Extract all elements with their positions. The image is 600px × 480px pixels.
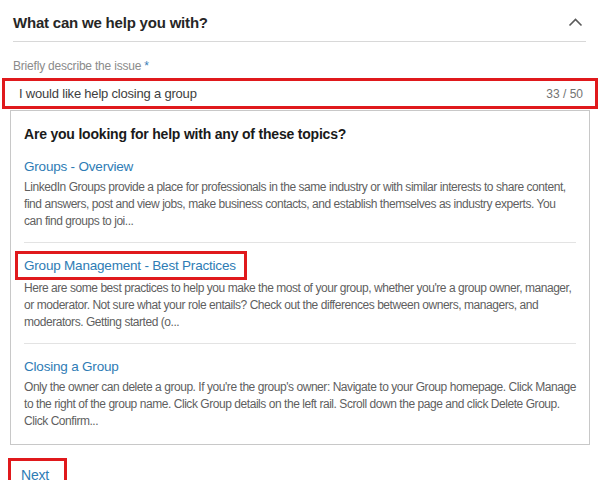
topics-heading: Are you looking for help with any of the… (24, 126, 576, 142)
topic-highlight-box: Group Management - Best Practices (15, 251, 247, 280)
issue-input-row: 33 / 50 (5, 81, 595, 106)
required-asterisk: * (144, 59, 148, 73)
section-header: What can we help you with? (0, 0, 600, 41)
topic-link-closing-a-group[interactable]: Closing a Group (24, 359, 119, 374)
topic-item-groups-overview: Groups - Overview LinkedIn Groups provid… (24, 157, 576, 230)
footer: Next (8, 458, 600, 480)
issue-label-text: Briefly describe the issue (13, 59, 141, 73)
topic-divider (24, 343, 576, 344)
topic-link-group-management[interactable]: Group Management - Best Practices (24, 258, 236, 273)
topics-card: Are you looking for help with any of the… (10, 110, 590, 445)
chevron-up-icon[interactable] (566, 16, 585, 29)
topic-item-closing-a-group: Closing a Group Only the owner can delet… (24, 357, 576, 430)
topic-divider (24, 242, 576, 243)
topic-description: Here are some best practices to help you… (24, 280, 576, 331)
topic-link-groups-overview[interactable]: Groups - Overview (24, 159, 133, 174)
page-title: What can we help you with? (13, 13, 208, 32)
next-highlight-box: Next (8, 458, 67, 480)
header-divider (13, 41, 586, 42)
topic-item-group-management: Group Management - Best Practices Here a… (24, 256, 576, 331)
topic-description: Only the owner can delete a group. If yo… (24, 379, 576, 430)
topic-description: LinkedIn Groups provide a place for prof… (24, 179, 576, 230)
issue-input-highlight-box: 33 / 50 (2, 78, 598, 109)
next-button[interactable]: Next (21, 467, 49, 480)
issue-label: Briefly describe the issue* (13, 59, 587, 73)
issue-input[interactable] (19, 86, 536, 101)
character-counter: 33 / 50 (546, 87, 583, 101)
